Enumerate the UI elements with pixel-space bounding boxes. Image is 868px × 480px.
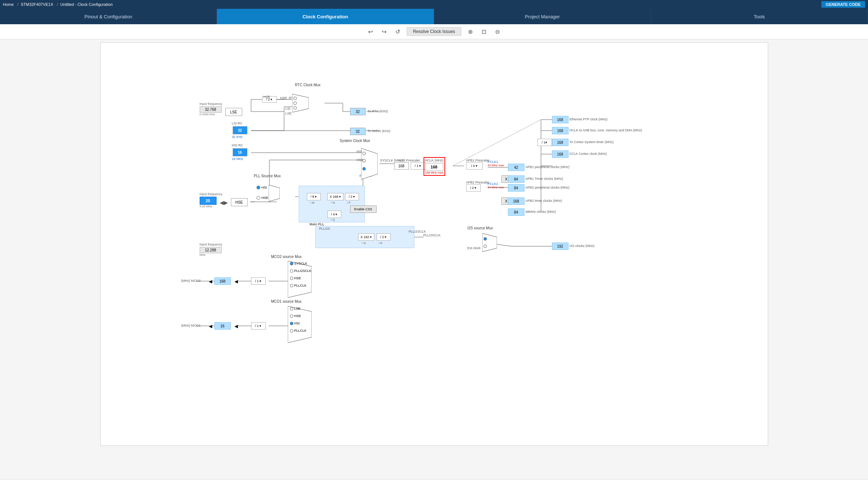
mco1-div-select[interactable]: / 1▾ (251, 322, 266, 330)
hsi-rc-box: 16 (233, 148, 247, 156)
hse-input-freq-block: Input frequency 25 4-26 MHz (200, 192, 222, 208)
top-nav: Home / STM32F407VE1X / Untitled - Clock … (0, 0, 868, 9)
hclk-label: HCLK (MHz) (425, 159, 444, 162)
undo-button[interactable]: ↩ (366, 28, 375, 36)
main-area[interactable]: RTC Clock Mux / 2▾ HSE_RTC 32 To RTC (KH… (0, 39, 868, 479)
apb2-prescaler-select[interactable]: / 2▾ (466, 184, 481, 192)
svg-point-63 (484, 245, 487, 248)
nav-device[interactable]: STM32F407VE1X (21, 2, 53, 7)
lse-box[interactable]: LSE (225, 108, 242, 116)
mco1-hsi-radio[interactable]: HSI (290, 321, 300, 325)
plli2s-label: PLLI2S (319, 227, 330, 230)
cortex-label: To Cortex System timer (MHz) (570, 140, 614, 144)
svg-point-54 (294, 102, 297, 105)
pll-p-select[interactable]: / 2▾ (345, 193, 359, 200)
pll-mux-shape (269, 185, 280, 202)
apb1-prescaler-select[interactable]: / 4▾ (466, 162, 483, 170)
resolve-clock-button[interactable]: Resolve Clock Issues (407, 27, 461, 36)
mco1-label: (MHz) MCO1 (181, 324, 201, 327)
nav-file[interactable]: Untitled - Clock Configuration (60, 2, 113, 7)
enable-css-btn[interactable]: Enable CSS (350, 206, 377, 213)
ahb-prescaler-select[interactable]: / 1▾ (411, 162, 425, 170)
pclk2-label: PCLK2 (488, 182, 498, 186)
clock-diagram: RTC Clock Mux / 2▾ HSE_RTC 32 To RTC (KH… (100, 42, 768, 446)
zoom-out-button[interactable]: ⊖ (493, 28, 502, 36)
sysclk-input[interactable] (394, 162, 409, 170)
mco2-div-select[interactable]: / 1▾ (251, 277, 266, 285)
pll-m-select[interactable]: / 8▾ (307, 193, 321, 200)
pll-q-select[interactable]: / 4▾ (327, 211, 341, 218)
mco2-sysclk-dot[interactable] (290, 262, 293, 265)
mco1-hse-dot[interactable] (290, 314, 293, 318)
mco1-pllclk-dot[interactable] (290, 329, 293, 332)
svg-point-62 (484, 237, 487, 240)
apb2-timer-label: APB2 timer clocks (MHz) (526, 199, 562, 203)
svg-marker-61 (482, 233, 497, 252)
plli2s-r-select[interactable]: / 2▾ (377, 233, 391, 241)
pclk2-max-label: 84 MHz max (488, 186, 504, 189)
mco2-hse-radio[interactable]: HSE (290, 276, 301, 280)
mco1-hse-radio[interactable]: HSE (290, 314, 301, 318)
apb1-prescaler-label: APB1 Prescaler (466, 159, 490, 162)
ethernet-label: Ethernet PTP clock (MHz) (570, 117, 608, 121)
mco1-div-arrow: ◀ (235, 324, 238, 329)
i2s-clk-val: 192 (552, 243, 569, 250)
pll-hsi-radio[interactable]: HSI (257, 186, 267, 189)
mco2-hse-dot[interactable] (290, 277, 293, 280)
ethernet-val: 168 (552, 116, 569, 123)
mco2-pllclk-radio[interactable]: PLLCLK (290, 284, 307, 287)
mco1-pllclk-radio[interactable]: PLLCLK (290, 329, 307, 332)
tab-tools[interactable]: Tools (651, 9, 868, 24)
redo-button[interactable]: ↪ (379, 28, 389, 36)
plli2s-n-select[interactable]: X 192▾ (358, 233, 374, 241)
fit-button[interactable]: ⊡ (479, 28, 489, 36)
pll-hse-radio-dot[interactable] (257, 196, 260, 200)
hse-box[interactable]: HSE (231, 198, 248, 206)
tab-clock[interactable]: Clock Configuration (217, 9, 434, 24)
mco2-plli2s-radio[interactable]: PLLI2SCLK (290, 269, 312, 273)
svg-point-60 (363, 167, 366, 170)
hse-freq-label: Input frequency (200, 192, 222, 196)
mco2-sysclk-radio[interactable]: SYSCLK (290, 262, 308, 265)
generate-code-button[interactable]: GENERATE CODE (821, 1, 865, 8)
tab-pinout[interactable]: Pinout & Configuration (0, 9, 217, 24)
nav-home[interactable]: Home (3, 2, 14, 7)
zoom-in-button[interactable]: ⊕ (466, 28, 475, 36)
main-pll-label: Main PLL (310, 222, 324, 226)
mco1-lse-dot[interactable] (290, 307, 293, 310)
mco1-lse-radio[interactable]: LSE (290, 307, 301, 310)
hse-freq-value[interactable]: 25 (200, 197, 217, 205)
mco2-div-arrow: ◀ (235, 279, 238, 284)
tab-project[interactable]: Project Manager (434, 9, 651, 24)
apb2-timer-val: 168 (508, 197, 524, 205)
plli2sclk2-label: PLLI2SCLK (424, 233, 441, 237)
pll-hsi-label: HSI (262, 186, 267, 189)
apb1-timer-val: 84 (508, 175, 524, 183)
mco2-pllclk-dot[interactable] (290, 284, 293, 287)
pclk1-max-label: 42 MHz max (488, 164, 504, 167)
lsi-rc-label: LSI RC (232, 121, 243, 125)
hse-freq-range: 4-26 MHz (200, 205, 222, 208)
mco1-hsi-dot[interactable] (290, 322, 293, 325)
hclk-input[interactable] (425, 163, 443, 171)
rtc-hse-input-label: HSE (264, 95, 270, 99)
lse-freq-input[interactable] (200, 106, 222, 113)
hclk-max-label: 168 MHz max (425, 171, 444, 174)
fclk-val: 168 (552, 150, 569, 158)
mco2-source-label: MCO2 source Mux (271, 255, 302, 259)
pll-hsi-radio-dot[interactable] (257, 186, 260, 189)
i2s-clk-label: I2S clocks (MHz) (570, 244, 595, 248)
hsi-rc-unit: 16 MHz (232, 157, 243, 161)
pll-n-select[interactable]: X 168▾ (327, 193, 344, 200)
reset-button[interactable]: ↺ (393, 28, 402, 36)
mco2-plli2s-dot[interactable] (290, 269, 293, 273)
pll-source-mux-label: PLL Source Mux (254, 174, 281, 178)
fclk-label: FCLK Cortex clock (MHz) (570, 152, 607, 156)
apb2-prescaler-label: APB2 Prescaler (466, 181, 490, 184)
hse-arrow: ◀▶ (220, 200, 228, 206)
ext-freq-input[interactable] (200, 247, 222, 253)
hsi-rc-label: HSI RC (232, 143, 243, 147)
cortex-div-select[interactable]: / 1▾ (537, 139, 552, 146)
lsi-rc-unit: 32 KHz (232, 135, 243, 139)
pll-hse-radio[interactable]: HSE (257, 196, 269, 200)
